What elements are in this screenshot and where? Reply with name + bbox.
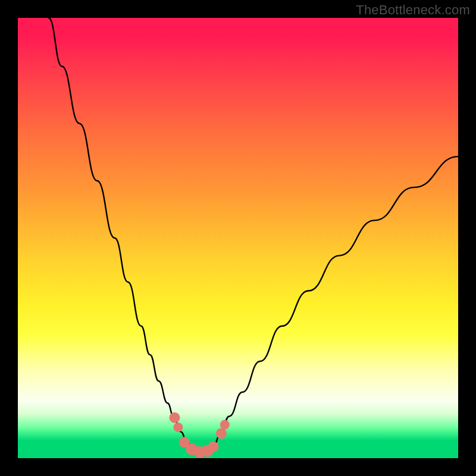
data-point-8 (220, 420, 230, 430)
data-point-6 (208, 441, 219, 452)
watermark-text: TheBottleneck.com (356, 2, 470, 18)
series-curve-right (201, 156, 458, 453)
chart-frame: TheBottleneck.com (0, 0, 476, 476)
curve-group (49, 18, 458, 454)
curve-layer (18, 18, 458, 458)
data-point-7 (216, 428, 227, 439)
series-curve-left (49, 18, 201, 454)
plot-area (18, 18, 458, 458)
marker-group (169, 412, 229, 458)
data-point-1 (173, 422, 183, 432)
data-point-0 (169, 412, 180, 423)
